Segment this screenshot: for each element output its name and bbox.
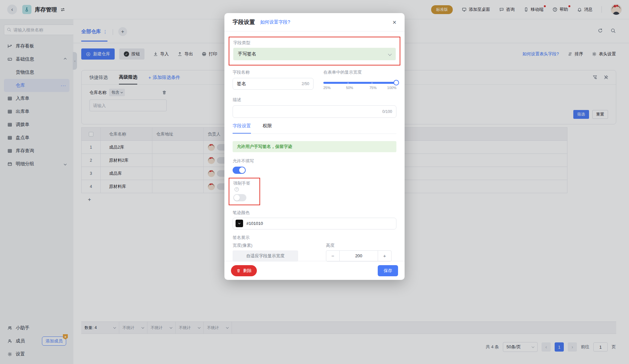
field-type-select[interactable]: 手写签名 xyxy=(233,48,396,60)
chevron-down-icon xyxy=(388,52,391,56)
signature-info-banner: 允许用户手写签名，保留字迹 xyxy=(233,141,396,152)
char-counter: 0/100 xyxy=(382,109,392,114)
slider-mark xyxy=(348,82,349,83)
field-name-label: 字段名称 xyxy=(233,69,314,75)
slider-handle[interactable] xyxy=(393,80,399,85)
ink-color-value: #101010 xyxy=(246,221,263,226)
tab-field-settings[interactable]: 字段设置 xyxy=(233,123,251,134)
field-settings-modal: 字段设置 如何设置字段? × 字段类型 手写签名 字段名称 2/50 在表单中的… xyxy=(224,13,405,280)
decrement-button[interactable]: − xyxy=(326,251,339,261)
display-width-slider[interactable]: 25% 50% 75% 100% xyxy=(323,82,396,91)
width-px-label: 宽度(像素) xyxy=(233,243,298,248)
save-button[interactable]: 保存 xyxy=(378,265,398,276)
slider-track[interactable] xyxy=(323,82,396,84)
height-value[interactable]: 200 xyxy=(339,251,378,261)
annotation-box-field-type: 字段类型 手写签名 xyxy=(229,37,400,65)
tab-permissions[interactable]: 权限 xyxy=(263,123,272,134)
height-label: 高度 xyxy=(326,243,391,248)
annotation-box-force-sign: 强制手签? xyxy=(229,178,260,205)
force-sign-label: 强制手签? xyxy=(233,180,256,191)
description-input[interactable] xyxy=(237,109,380,114)
question-icon: ? xyxy=(235,187,239,191)
height-stepper: − 200 + xyxy=(326,250,391,262)
description-label: 描述 xyxy=(233,97,396,103)
allow-empty-label: 允许不填写 xyxy=(233,158,396,164)
display-width-label: 在表单中的显示宽度 xyxy=(323,69,396,75)
field-help-link[interactable]: 如何设置字段? xyxy=(260,19,290,25)
field-name-input[interactable] xyxy=(237,81,299,86)
color-swatch[interactable] xyxy=(236,220,243,227)
trash-icon xyxy=(236,268,241,273)
delete-button[interactable]: 删除 xyxy=(231,265,257,276)
field-type-label: 字段类型 xyxy=(233,40,396,46)
ink-color-label: 笔迹颜色 xyxy=(233,210,396,216)
close-icon[interactable]: × xyxy=(392,19,396,26)
chevron-down-icon xyxy=(238,222,240,224)
modal-title: 字段设置 xyxy=(233,18,255,26)
char-counter: 2/50 xyxy=(302,82,309,86)
adaptive-width-button[interactable]: 自适应字段显示宽度 xyxy=(233,250,298,262)
allow-empty-toggle[interactable] xyxy=(233,167,246,174)
increment-button[interactable]: + xyxy=(378,251,391,261)
signature-display-label: 签名展示 xyxy=(233,235,396,241)
force-sign-toggle[interactable] xyxy=(233,194,246,201)
ink-color-input[interactable]: #101010 xyxy=(233,218,396,229)
slider-mark xyxy=(372,82,372,83)
